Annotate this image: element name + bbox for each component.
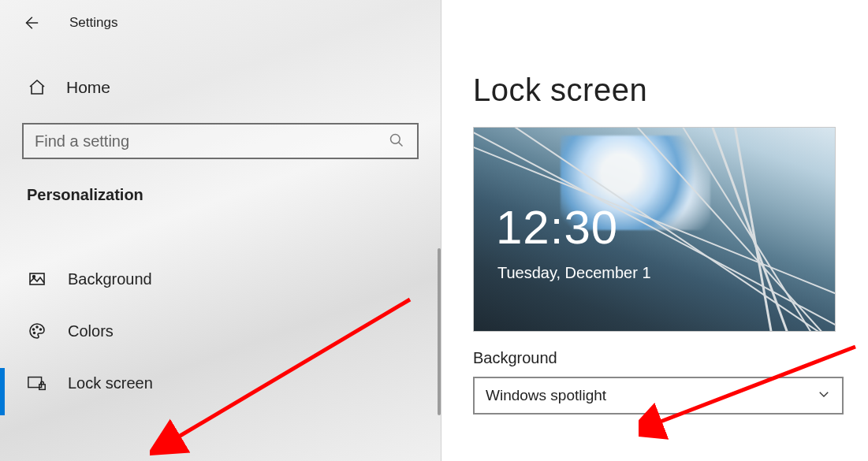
active-indicator: [0, 368, 5, 415]
sidebar-item-background[interactable]: Background: [0, 253, 441, 305]
search-box[interactable]: [22, 123, 419, 159]
svg-point-3: [33, 329, 35, 330]
main-pane: Lock screen 12:30 Tuesday, December 1 Ba…: [473, 0, 867, 461]
svg-point-2: [33, 276, 35, 278]
sidebar-scroll-indicator[interactable]: [438, 248, 441, 415]
lockscreen-preview: 12:30 Tuesday, December 1: [473, 127, 836, 332]
dropdown-value: Windows spotlight: [486, 387, 606, 404]
sidebar-nav: Background Colors Lock screen: [0, 253, 441, 409]
chevron-down-icon: [817, 387, 831, 405]
home-label: Home: [66, 78, 110, 97]
svg-point-4: [36, 326, 38, 328]
sidebar-home[interactable]: Home: [0, 46, 441, 98]
preview-time: 12:30: [496, 200, 618, 255]
background-dropdown[interactable]: Windows spotlight: [473, 377, 844, 415]
search-input[interactable]: [35, 132, 389, 151]
svg-point-0: [391, 135, 400, 144]
svg-point-5: [40, 329, 42, 330]
sidebar-item-lock-screen[interactable]: Lock screen: [0, 357, 441, 409]
sidebar-item-label: Colors: [68, 322, 114, 340]
sidebar-item-label: Background: [68, 270, 152, 288]
sidebar-item-colors[interactable]: Colors: [0, 305, 441, 357]
search-icon: [389, 132, 406, 150]
app-title: Settings: [69, 15, 117, 31]
back-arrow-icon[interactable]: [20, 13, 41, 33]
background-field-label: Background: [473, 349, 867, 367]
svg-point-6: [34, 333, 35, 334]
preview-date: Tuesday, December 1: [497, 264, 651, 282]
lock-screen-icon: [27, 373, 47, 393]
page-title: Lock screen: [473, 72, 867, 108]
sidebar-item-label: Lock screen: [68, 374, 153, 392]
settings-sidebar: Settings Home Personalization Background: [0, 0, 441, 461]
section-heading: Personalization: [27, 186, 441, 204]
sidebar-header: Settings: [0, 0, 441, 46]
palette-icon: [27, 321, 47, 341]
picture-icon: [27, 269, 47, 289]
home-icon: [27, 77, 47, 98]
